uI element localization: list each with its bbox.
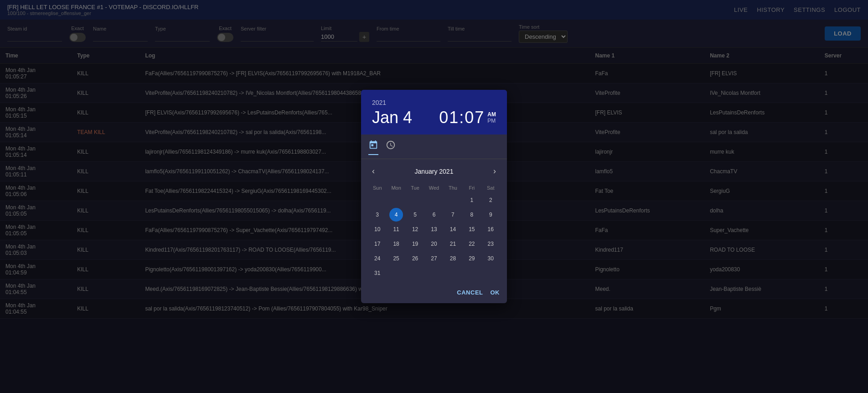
datetime-picker-overlay[interactable]: 2021 Jan 4 01:07 AM PM (0, 0, 868, 319)
cal-day-22[interactable]: 22 (465, 237, 479, 251)
cal-day-21[interactable]: 21 (446, 237, 460, 251)
calendar: ‹ January 2021 › Sun Mon Tue Wed Thu Fri… (361, 159, 507, 285)
cal-day-2[interactable]: 2 (484, 193, 497, 207)
cal-day-6[interactable]: 6 (427, 208, 441, 222)
picker-tabs (361, 134, 507, 159)
cal-day-20[interactable]: 20 (427, 237, 441, 251)
picker-date-big: Jan 4 (372, 108, 412, 127)
cal-dow-wed: Wed (425, 183, 443, 192)
picker-actions: CANCEL OK (361, 285, 507, 303)
cal-day-24[interactable]: 24 (371, 252, 384, 265)
cal-day-17[interactable]: 17 (371, 237, 384, 251)
cal-dow-mon: Mon (387, 183, 405, 192)
cal-grid: Sun Mon Tue Wed Thu Fri Sat 1 2 3 4 5 6 … (368, 183, 500, 280)
cal-day-25[interactable]: 25 (389, 252, 403, 265)
picker-year: 2021 (372, 99, 496, 106)
cal-day-14[interactable]: 14 (446, 222, 460, 236)
picker-pm[interactable]: PM (487, 118, 496, 124)
cal-next-btn[interactable]: › (490, 165, 500, 178)
cal-month-label: January 2021 (415, 168, 454, 175)
cal-day-3[interactable]: 3 (371, 208, 384, 222)
picker-date-time: Jan 4 01:07 AM PM (372, 108, 496, 127)
picker-am[interactable]: AM (487, 111, 496, 118)
cal-day-5[interactable]: 5 (408, 208, 422, 222)
picker-time-ampm: 01:07 AM PM (439, 108, 496, 127)
cal-day-31[interactable]: 31 (371, 266, 384, 280)
picker-time-big: 01:07 (439, 108, 485, 127)
cal-day-13[interactable]: 13 (427, 222, 441, 236)
cal-day-15[interactable]: 15 (465, 222, 479, 236)
cal-day-12[interactable]: 12 (408, 222, 422, 236)
cal-day-18[interactable]: 18 (389, 237, 403, 251)
cal-day-10[interactable]: 10 (371, 222, 384, 236)
picker-cancel-button[interactable]: CANCEL (457, 289, 483, 296)
cal-dow-fri: Fri (463, 183, 480, 192)
cal-dow-sun: Sun (368, 183, 386, 192)
cal-day-30[interactable]: 30 (484, 252, 497, 265)
cal-day-26[interactable]: 26 (408, 252, 422, 265)
cal-day-9[interactable]: 9 (484, 208, 497, 222)
cal-day-4[interactable]: 4 (389, 208, 403, 222)
cal-dow-sat: Sat (482, 183, 500, 192)
picker-tab-calendar[interactable] (368, 138, 378, 155)
cal-dow-thu: Thu (444, 183, 462, 192)
cal-day-19[interactable]: 19 (408, 237, 422, 251)
datetime-picker: 2021 Jan 4 01:07 AM PM (361, 90, 507, 303)
cal-dow-tue: Tue (406, 183, 424, 192)
cal-day-29[interactable]: 29 (465, 252, 479, 265)
cal-prev-btn[interactable]: ‹ (368, 165, 378, 178)
cal-day-1[interactable]: 1 (465, 193, 479, 207)
picker-tab-clock[interactable] (386, 138, 396, 155)
cal-day-11[interactable]: 11 (389, 222, 403, 236)
picker-ok-button[interactable]: OK (491, 289, 500, 296)
cal-day-8[interactable]: 8 (465, 208, 479, 222)
cal-day-16[interactable]: 16 (484, 222, 497, 236)
cal-day-27[interactable]: 27 (427, 252, 441, 265)
cal-day-23[interactable]: 23 (484, 237, 497, 251)
picker-header: 2021 Jan 4 01:07 AM PM (361, 90, 507, 134)
cal-nav: ‹ January 2021 › (368, 165, 500, 178)
picker-ampm: AM PM (487, 111, 496, 124)
cal-day-7[interactable]: 7 (446, 208, 460, 222)
cal-day-28[interactable]: 28 (446, 252, 460, 265)
